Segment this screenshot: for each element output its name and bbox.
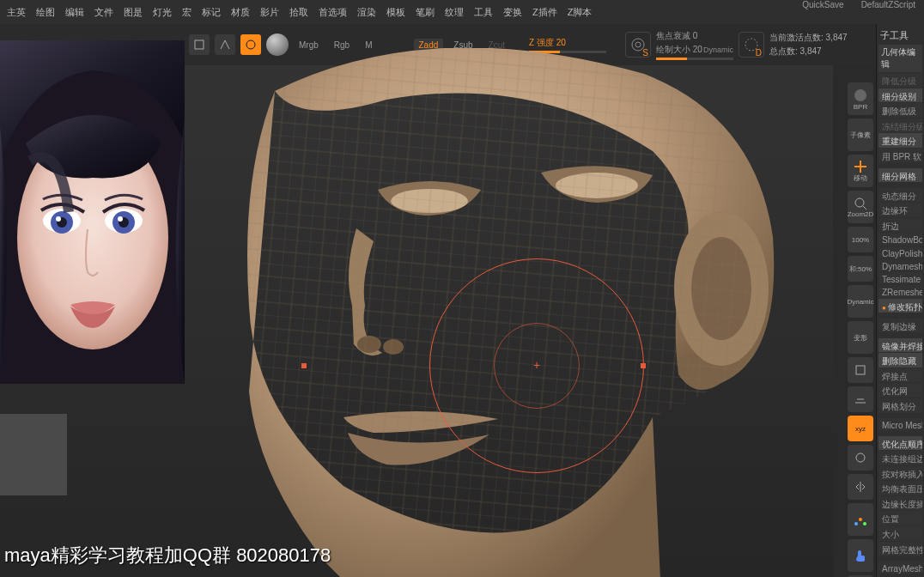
zoom-button[interactable]: Zoom2D — [848, 191, 873, 223]
bpr-button[interactable]: BPR — [848, 82, 873, 115]
svg-point-26 — [859, 518, 862, 521]
panel-item[interactable]: 折边 — [878, 218, 922, 233]
panel-item[interactable]: 均衡表面压 — [878, 481, 922, 495]
menu-item[interactable]: 图是 — [124, 6, 143, 19]
divide-label[interactable]: 细分级别 — [878, 88, 922, 103]
svg-point-3 — [635, 42, 641, 47]
panel-item[interactable]: ShadowBox — [878, 233, 922, 245]
menu-item[interactable]: Z脚本 — [568, 6, 593, 19]
svg-point-22 — [854, 89, 866, 101]
floor-button[interactable] — [848, 386, 873, 412]
menu-item[interactable]: 首选项 — [319, 6, 347, 19]
menu-item[interactable]: 编辑 — [65, 6, 84, 19]
local-button[interactable] — [848, 445, 873, 471]
hand-button[interactable] — [848, 539, 873, 572]
fifty-button[interactable]: 和:50% — [848, 256, 873, 282]
menu-item[interactable]: 工具 — [474, 6, 493, 19]
dynamic-button[interactable]: Dynamic — [848, 285, 873, 318]
svg-point-27 — [854, 522, 858, 525]
panel-item[interactable]: 未连接组边 — [878, 451, 922, 465]
panel-item[interactable]: Micro Mesh — [878, 418, 922, 430]
panel-item[interactable]: ArrayMesh — [878, 562, 922, 574]
menu-item[interactable]: 纹理 — [445, 6, 464, 19]
panel-item[interactable]: Dynamesh — [878, 259, 922, 271]
reference-image[interactable] — [0, 40, 185, 384]
menu-item[interactable]: 主英 — [7, 6, 26, 19]
geo-section[interactable]: 几何体编辑 — [878, 45, 922, 72]
script-label[interactable]: DefaultZScript — [861, 0, 915, 15]
symm-button[interactable] — [848, 474, 873, 500]
intensity-label: Z 强度 20 — [529, 37, 606, 49]
menu-item[interactable]: 宏 — [182, 6, 191, 19]
menu-item[interactable]: 变换 — [503, 6, 522, 19]
active-points: 当前激活点数: 3,847 — [769, 32, 848, 44]
modify-topo[interactable]: 修改拓扑 — [878, 299, 922, 313]
svg-point-16 — [56, 216, 61, 222]
quicksave-label[interactable]: QuickSave — [802, 0, 843, 15]
bpr-soft-item[interactable]: 用 BPR 软 — [878, 149, 922, 163]
panel-item[interactable]: 降低分级 — [878, 73, 922, 88]
svg-rect-24 — [856, 366, 865, 374]
menu-item[interactable]: 灯光 — [153, 6, 172, 19]
panel-item[interactable]: ZRemeshe — [878, 285, 922, 297]
panel-item[interactable]: 动态细分 — [878, 188, 922, 203]
subtool-button[interactable]: 子像素 — [848, 118, 873, 151]
remesh-item[interactable]: 重建细分 — [878, 133, 922, 148]
panel-item[interactable]: 删除隐藏 — [878, 353, 922, 367]
menu-item[interactable]: Z插件 — [532, 6, 557, 19]
sdiv-item[interactable]: 细分网格 — [878, 168, 922, 183]
menu-item[interactable]: 渲染 — [357, 6, 376, 19]
bottom-panel — [0, 414, 67, 495]
panel-item[interactable]: 网格划分 — [878, 398, 922, 413]
menu-item[interactable]: 文件 — [94, 6, 113, 19]
panel-item[interactable]: 优化点顺序 — [878, 436, 922, 451]
svg-point-20 — [118, 216, 123, 222]
persp-button[interactable] — [848, 357, 873, 383]
svg-point-28 — [863, 522, 866, 525]
panel-item[interactable]: Tessimate — [878, 272, 922, 284]
watermark-text: maya精彩学习教程加QQ群 802080178 — [4, 543, 331, 568]
transform-button[interactable]: 变形 — [848, 321, 873, 354]
svg-point-25 — [856, 453, 865, 462]
panel-item[interactable]: 大小 — [878, 526, 922, 541]
menu-item[interactable]: 拾取 — [289, 6, 308, 19]
menu-item[interactable]: 笔刷 — [416, 6, 435, 19]
menu-item[interactable]: 材质 — [231, 6, 250, 19]
panel-title[interactable]: 子工具 — [878, 27, 922, 44]
panel-item[interactable]: 焊接点 — [878, 368, 922, 383]
menu-item[interactable]: 模板 — [386, 6, 405, 19]
hundred-button[interactable]: 100% — [848, 227, 873, 252]
main-menubar: 主英 绘图 编辑 文件 图是 灯光 宏 标记 材质 影片 拾取 首选项 渲染 模… — [0, 0, 924, 24]
panel-item[interactable]: 复制边缘 — [878, 319, 922, 333]
panel-item[interactable]: ClayPolish — [878, 246, 922, 258]
panel-item[interactable]: 位置 — [878, 511, 922, 525]
panel-item[interactable]: 删除低级 — [878, 103, 922, 118]
panel-item[interactable]: 按对称插入 — [878, 466, 922, 481]
move-button[interactable]: 移动 — [848, 155, 873, 187]
xyz-button[interactable]: xyz — [848, 416, 873, 441]
head-model — [172, 48, 807, 577]
panel-item[interactable]: 冻结细分级 — [878, 118, 922, 133]
panel-item[interactable]: 镜像并焊接 — [878, 338, 922, 353]
panel-item[interactable]: 边缘长度插 — [878, 496, 922, 511]
right-panel: 子工具 几何体编辑 降低分级 细分级别 删除低级 冻结细分级 重建细分 用 BP… — [876, 24, 924, 577]
right-toolbar: BPR 子像素 移动 Zoom2D 100% 和:50% Dynamic 变形 … — [847, 82, 874, 577]
menu-item[interactable]: 标记 — [202, 6, 221, 19]
panel-item[interactable]: 优化网 — [878, 383, 922, 398]
svg-point-23 — [855, 198, 864, 207]
menu-item[interactable]: 绘图 — [36, 6, 55, 19]
gizmo-button[interactable] — [848, 503, 873, 536]
panel-item[interactable]: 网格完整性 — [878, 542, 922, 556]
focal-label: 焦点衰减 0 — [656, 30, 733, 42]
panel-item[interactable]: 边缘环 — [878, 203, 922, 217]
menu-item[interactable]: 影片 — [260, 6, 279, 19]
